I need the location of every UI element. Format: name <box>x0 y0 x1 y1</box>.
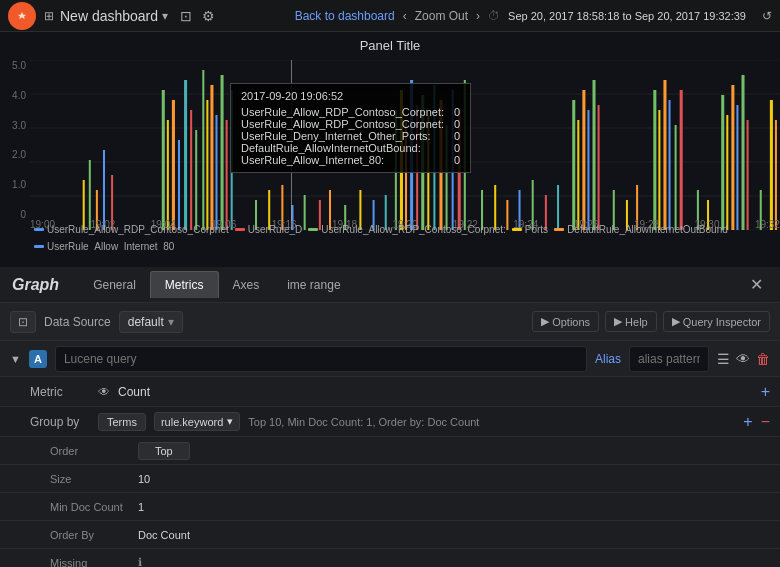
query-input[interactable] <box>55 346 587 372</box>
query-delete-icon[interactable]: 🗑 <box>756 351 770 367</box>
chart-canvas: 5.0 4.0 3.0 2.0 1.0 0 <box>0 55 780 250</box>
order-by-label: Order By <box>50 529 130 541</box>
order-value[interactable]: Top <box>138 442 190 460</box>
tab-general[interactable]: General <box>79 272 150 298</box>
chart-inner: 2017-09-20 19:06:52 UserRule_Allow_RDP_C… <box>30 60 780 230</box>
svg-rect-75 <box>726 115 728 230</box>
save-icon[interactable]: ⊡ <box>180 8 192 24</box>
svg-rect-61 <box>593 80 596 230</box>
tab-axes[interactable]: Axes <box>219 272 274 298</box>
metric-eye-icon[interactable]: 👁 <box>98 385 110 399</box>
alias-label[interactable]: Alias <box>595 352 621 366</box>
svg-rect-67 <box>658 110 660 230</box>
toggle-btn[interactable]: ⊡ <box>10 311 36 333</box>
tooltip-name-1: UserRule_Allow_RDP_Contoso_Corpnet: <box>241 118 444 130</box>
svg-rect-10 <box>103 150 105 230</box>
back-to-dashboard-link[interactable]: Back to dashboard <box>295 9 395 23</box>
options-label: Options <box>552 316 590 328</box>
groupby-field-select[interactable]: rule.keyword ▾ <box>154 412 240 431</box>
svg-rect-19 <box>202 70 204 230</box>
tab-row: Graph General Metrics Axes ime range ✕ <box>0 267 780 303</box>
dashboard-caret[interactable]: ▾ <box>162 9 168 23</box>
tab-time-range[interactable]: ime range <box>273 272 354 298</box>
tooltip-val-3: 0 <box>454 142 460 154</box>
zoom-out-btn[interactable]: Zoom Out <box>415 9 468 23</box>
options-btn[interactable]: ▶ Options <box>532 311 599 332</box>
alias-input[interactable] <box>629 346 709 372</box>
datasource-value: default <box>128 315 164 329</box>
missing-row: Missing ℹ <box>0 549 780 567</box>
y-4: 4.0 <box>2 90 26 101</box>
topbar: ⊞ New dashboard ▾ ⊡ ⚙ Back to dashboard … <box>0 0 780 32</box>
legend-label-3: Ports <box>525 224 548 235</box>
logo[interactable] <box>8 2 36 30</box>
left-arrow[interactable]: ‹ <box>403 9 407 23</box>
y-3: 3.0 <box>2 120 26 131</box>
svg-rect-62 <box>598 105 600 230</box>
svg-rect-79 <box>747 120 749 230</box>
query-eye-icon[interactable]: 👁 <box>736 351 750 367</box>
refresh-btn[interactable]: ↺ <box>762 9 772 23</box>
groupby-terms[interactable]: Terms <box>98 413 146 431</box>
chart-legend: UserRule_Allow_RDP_Contoso_Corpnet UserR… <box>30 222 780 250</box>
tab-metrics[interactable]: Metrics <box>150 271 219 298</box>
qi-caret: ▶ <box>672 315 680 328</box>
svg-rect-81 <box>770 100 773 230</box>
svg-rect-12 <box>162 90 165 230</box>
legend-dot-3 <box>512 228 522 231</box>
qi-label: Query Inspector <box>683 316 761 328</box>
tooltip-row-3: DefaultRule_AllowInternetOutBound: 0 <box>241 142 460 154</box>
svg-rect-21 <box>210 85 213 230</box>
legend-item-0: UserRule_Allow_RDP_Contoso_Corpnet <box>34 224 229 235</box>
metric-add-btn[interactable]: + <box>761 383 770 401</box>
topbar-icons: ⊡ ⚙ <box>180 8 215 24</box>
query-inspector-btn[interactable]: ▶ Query Inspector <box>663 311 770 332</box>
legend-item-1: UserRule_D <box>235 224 302 235</box>
help-btn[interactable]: ▶ Help <box>605 311 657 332</box>
chart-title: Panel Title <box>0 32 780 55</box>
y-0: 0 <box>2 209 26 220</box>
dashboard-title[interactable]: New dashboard <box>60 8 158 24</box>
tooltip-val-1: 0 <box>454 118 460 130</box>
tooltip-name-4: UserRule_Allow_Internet_80: <box>241 154 384 166</box>
options-caret: ▶ <box>541 315 549 328</box>
tooltip-val-2: 0 <box>454 130 460 142</box>
missing-info-icon[interactable]: ℹ <box>138 556 142 567</box>
legend-item-2: UserRule_Allow_RDP_Contoso_Corpnet: <box>308 224 506 235</box>
legend-dot-2 <box>308 228 318 231</box>
metric-row: Metric 👁 Count + <box>0 377 780 407</box>
groupby-add-btn[interactable]: + <box>743 413 752 431</box>
query-header: ▼ A Alias ☰ 👁 🗑 <box>0 341 780 377</box>
svg-rect-14 <box>172 100 175 230</box>
svg-rect-18 <box>195 130 197 230</box>
query-menu-icon[interactable]: ☰ <box>717 351 730 367</box>
groupby-label: Group by <box>30 415 90 429</box>
chart-area: Panel Title 5.0 4.0 3.0 2.0 1.0 0 <box>0 32 780 267</box>
metric-value: Count <box>118 385 150 399</box>
groupby-remove-btn[interactable]: − <box>761 413 770 431</box>
svg-rect-74 <box>721 95 724 230</box>
svg-rect-68 <box>663 80 666 230</box>
svg-rect-60 <box>587 110 589 230</box>
min-doc-label: Min Doc Count <box>50 501 130 513</box>
min-doc-value: 1 <box>138 501 144 513</box>
svg-rect-82 <box>775 120 777 230</box>
size-label: Size <box>50 473 130 485</box>
groupby-field-value: rule.keyword <box>161 416 223 428</box>
legend-label-2: UserRule_Allow_RDP_Contoso_Corpnet: <box>321 224 506 235</box>
order-by-value: Doc Count <box>138 529 190 541</box>
datasource-label: Data Source <box>44 315 111 329</box>
size-value: 10 <box>138 473 150 485</box>
groupby-field-caret: ▾ <box>227 415 233 428</box>
svg-rect-15 <box>178 140 180 230</box>
order-row: Order Top <box>0 437 780 465</box>
legend-dot-1 <box>235 228 245 231</box>
svg-rect-24 <box>226 120 228 230</box>
datasource-select[interactable]: default ▾ <box>119 311 183 333</box>
query-collapse-btn[interactable]: ▼ <box>10 353 21 365</box>
toolbar-row: ⊡ Data Source default ▾ ▶ Options ▶ Help… <box>0 303 780 341</box>
tooltip-name-0: UserRule_Allow_RDP_Contoso_Corpnet: <box>241 106 444 118</box>
settings-icon[interactable]: ⚙ <box>202 8 215 24</box>
right-arrow[interactable]: › <box>476 9 480 23</box>
close-panel-btn[interactable]: ✕ <box>744 273 768 297</box>
